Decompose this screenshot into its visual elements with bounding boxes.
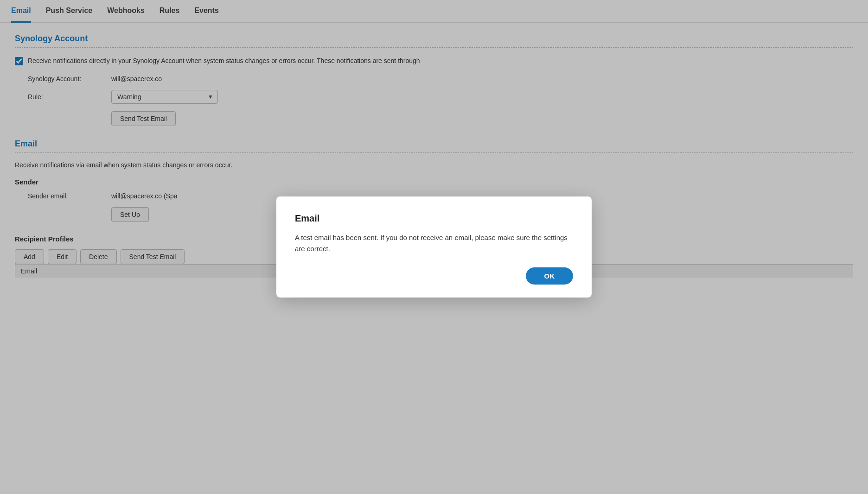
dialog-overlay: Email A test email has been sent. If you…: [0, 0, 868, 289]
dialog-title: Email: [295, 213, 573, 224]
dialog-body: A test email has been sent. If you do no…: [295, 232, 573, 254]
dialog-ok-button[interactable]: OK: [526, 267, 574, 285]
email-dialog: Email A test email has been sent. If you…: [276, 196, 592, 289]
dialog-footer: OK: [295, 267, 573, 285]
